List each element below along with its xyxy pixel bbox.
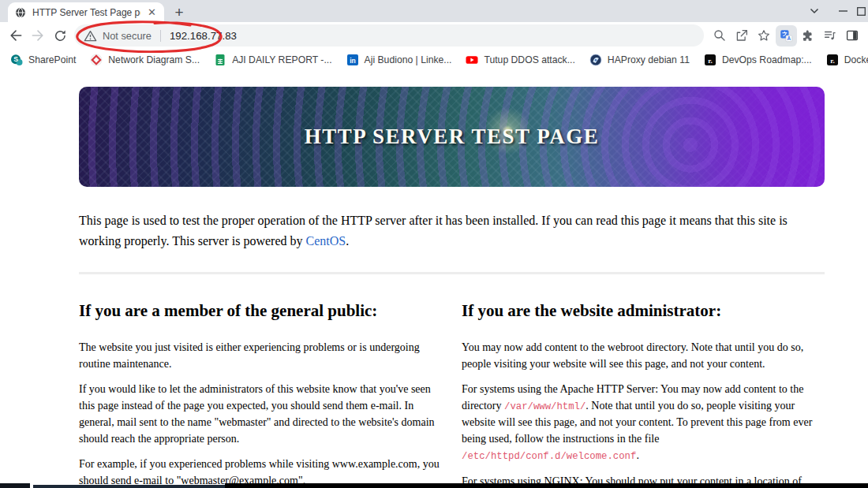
admin-paragraph-1: You may now add content to the webroot d…	[462, 339, 825, 372]
bookmark-label: Network Diagram S...	[108, 54, 200, 65]
banner-title: HTTP SERVER TEST PAGE	[305, 125, 599, 149]
public-column: If you are a member of the general publi…	[79, 301, 442, 488]
bookmark-network-diagram[interactable]: Network Diagram S...	[83, 50, 207, 69]
forward-icon[interactable]	[27, 24, 49, 47]
address-bar[interactable]: Not secure 192.168.77.83	[74, 24, 704, 47]
reload-icon[interactable]	[49, 24, 71, 47]
tab-title: HTTP Server Test Page powered	[32, 7, 140, 18]
browser-tab[interactable]: HTTP Server Test Page powered ✕	[8, 2, 164, 22]
minimize-button[interactable]	[829, 0, 857, 22]
extensions-puzzle-icon[interactable]	[797, 24, 819, 47]
media-list-icon[interactable]	[819, 24, 841, 47]
intro-text-end: .	[346, 234, 349, 248]
bookmark-linkedin[interactable]: in Aji Budiono | Linke...	[339, 50, 459, 69]
haproxy-icon	[589, 54, 602, 66]
svg-text:in: in	[350, 57, 356, 65]
divider	[79, 272, 825, 274]
admin-heading: If you are the website administrator:	[462, 301, 825, 321]
bookmark-sharepoint[interactable]: S SharePoint	[3, 50, 83, 69]
intro-paragraph: This page is used to test the proper ope…	[79, 210, 819, 251]
admin-column: If you are the website administrator: Yo…	[462, 301, 825, 488]
bookmark-label: Tutup DDOS attack...	[484, 54, 574, 65]
svg-text:S: S	[13, 55, 18, 63]
two-column-section: If you are a member of the general publi…	[79, 301, 825, 488]
maximize-button[interactable]	[857, 0, 868, 22]
omnibox-divider	[160, 30, 161, 42]
intro-text: This page is used to test the proper ope…	[79, 214, 788, 248]
browser-toolbar: Not secure 192.168.77.83 A	[0, 22, 868, 49]
svg-text:r.: r.	[708, 57, 712, 65]
security-label[interactable]: Not secure	[103, 30, 152, 42]
tab-search-chevron-icon[interactable]	[800, 0, 829, 22]
roadmap-icon: r.	[826, 54, 839, 66]
share-icon[interactable]	[731, 24, 753, 47]
bookmark-label: DevOps Roadmap:...	[722, 54, 812, 65]
bookmark-label: Docker Roadmap -...	[844, 54, 868, 65]
bookmarks-bar: S SharePoint Network Diagram S... AJI DA…	[0, 49, 868, 71]
test-page-banner: HTTP SERVER TEST PAGE	[79, 87, 825, 187]
public-paragraph-1: The website you just visited is either e…	[79, 339, 442, 372]
bookmark-label: SharePoint	[28, 54, 76, 65]
tab-strip: HTTP Server Test Page powered ✕ +	[0, 0, 868, 22]
diagram-icon	[90, 54, 103, 66]
bookmark-label: Aji Budiono | Linke...	[365, 54, 452, 65]
bookmark-star-icon[interactable]	[753, 24, 775, 47]
globe-favicon-icon	[14, 6, 27, 19]
side-panel-icon[interactable]	[841, 24, 863, 47]
not-secure-warning-icon[interactable]	[84, 30, 97, 42]
roadmap-icon: r.	[704, 54, 716, 66]
bookmark-label: AJI DAILY REPORT -...	[232, 54, 331, 65]
bookmark-docker-roadmap[interactable]: r. Docker Roadmap -...	[819, 50, 868, 69]
svg-text:r.: r.	[830, 57, 834, 65]
youtube-icon	[466, 54, 478, 66]
centos-link[interactable]: CentOS	[306, 234, 346, 248]
linkedin-icon: in	[346, 54, 359, 66]
translate-icon[interactable]: A	[775, 24, 797, 47]
sharepoint-icon: S	[10, 54, 23, 66]
public-paragraph-2: If you would like to let the administrat…	[79, 381, 442, 447]
url-text[interactable]: 192.168.77.83	[170, 30, 237, 42]
bookmark-devops-roadmap[interactable]: r. DevOps Roadmap:...	[697, 50, 819, 69]
window-controls	[800, 0, 868, 22]
google-sheets-icon	[214, 54, 226, 66]
web-page: HTTP SERVER TEST PAGE This page is used …	[0, 71, 868, 488]
browser-window: HTTP Server Test Page powered ✕ +	[0, 0, 868, 488]
svg-text:A: A	[787, 35, 791, 41]
search-icon[interactable]	[709, 24, 731, 47]
admin-paragraph-apache: For systems using the Apache HTTP Server…	[462, 381, 825, 464]
taskbar-edge	[0, 483, 868, 488]
apache-path-code: /var/www/html/	[504, 401, 586, 412]
new-tab-button[interactable]: +	[169, 2, 189, 22]
bookmark-aji-daily-report[interactable]: AJI DAILY REPORT -...	[207, 50, 339, 69]
public-heading: If you are a member of the general publi…	[79, 301, 442, 321]
bookmark-tutup-ddos[interactable]: Tutup DDOS attack...	[458, 50, 582, 69]
apache-text: .	[636, 449, 639, 461]
tab-close-icon[interactable]: ✕	[146, 6, 158, 18]
welcome-conf-code: /etc/httpd/conf.d/welcome.conf	[462, 451, 636, 462]
bookmark-haproxy[interactable]: HAProxy debian 11	[582, 50, 697, 69]
back-icon[interactable]	[5, 24, 27, 47]
bookmark-label: HAProxy debian 11	[608, 54, 690, 65]
